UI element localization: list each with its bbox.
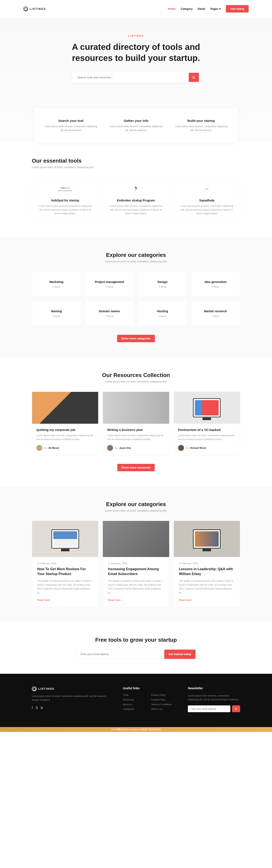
newsletter-input[interactable]: [188, 705, 230, 712]
svg-point-0: [193, 76, 195, 78]
read-more-link[interactable]: Read more: [108, 599, 120, 601]
footer-link[interactable]: Privacy Policy: [151, 694, 175, 696]
resource-card[interactable]: Writing a business planLorem ipsum dolor…: [103, 392, 169, 455]
nav-detail[interactable]: Detail: [198, 7, 205, 10]
bottom-banner: 访问蝴蝶社区bbs.xieniao.com免费下载更多源码: [0, 727, 272, 732]
blog-image: [103, 521, 169, 557]
nav-pages[interactable]: Pages ▾: [210, 7, 221, 10]
category-card[interactable]: Naming2 Items: [32, 301, 81, 326]
show-more-categories-button[interactable]: Show more categories: [117, 335, 155, 342]
resources-title: Our Resources Collection: [32, 372, 240, 378]
footer: LISTINGS Lorem ipsum dolor sit amet, con…: [0, 674, 272, 727]
blog-card[interactable]: 11 February, 2020How To Get More Reviews…: [32, 521, 99, 607]
header: LISTINGS Home Category Detail Pages ▾ Ad…: [23, 0, 249, 18]
resource-image: [32, 392, 98, 424]
feature-2: Gather your infoLorem ipsum dolor sit am…: [108, 119, 164, 132]
category-card[interactable]: Marketing2 Items: [32, 272, 81, 297]
search-button[interactable]: [189, 73, 199, 82]
email-input[interactable]: [77, 650, 162, 659]
logo-icon: [23, 7, 28, 11]
read-more-link[interactable]: Read more: [37, 599, 50, 601]
feature-3: Build your startupLorem ipsum dolor sit …: [173, 119, 229, 132]
footer-link[interactable]: About us: [123, 703, 147, 706]
resource-card[interactable]: Postmortem of a VC-backedLorem ipsum dol…: [173, 392, 240, 455]
features-card: Search your toolLorem ipsum dolor sit am…: [34, 108, 238, 143]
blog-card[interactable]: 11 February, 2020Lessons in Leadership: …: [173, 521, 240, 607]
footer-link[interactable]: Tools: [123, 694, 147, 696]
search-box: [72, 72, 200, 83]
main-nav: Home Category Detail Pages ▾ Add listing: [168, 5, 249, 12]
newsletter-submit-button[interactable]: ➤: [232, 705, 240, 712]
social-links: f 𝕏 in: [32, 706, 110, 709]
hero-section: LISTINGS A curated directory of tools an…: [0, 18, 272, 143]
category-card[interactable]: Market research2 Items: [191, 301, 240, 326]
embroker-logo: [108, 184, 164, 194]
footer-link[interactable]: Cookie Policy: [151, 699, 175, 701]
footer-logo: LISTINGS: [32, 686, 110, 691]
linkedin-icon[interactable]: in: [41, 706, 43, 709]
resource-card[interactable]: Quitting my corporate jobLorem ipsum dol…: [32, 392, 99, 455]
footer-link[interactable]: Resources: [123, 699, 147, 701]
avatar: [36, 445, 42, 451]
blog-image: [174, 521, 240, 557]
category-card[interactable]: Design2 Items: [138, 272, 187, 297]
chevron-down-icon: ▾: [219, 7, 221, 10]
logo[interactable]: LISTINGS: [23, 7, 46, 11]
blog-image: [32, 521, 98, 557]
tool-card[interactable]: Embroker stratup ProgramLorem ipsum dolo…: [103, 177, 169, 222]
avatar: [178, 445, 184, 451]
search-input[interactable]: [73, 73, 189, 82]
cta-title: Free tools to grow your startup: [32, 637, 240, 643]
send-icon: ➤: [235, 707, 237, 711]
get-started-button[interactable]: Get started today: [164, 650, 195, 659]
twitter-icon[interactable]: 𝕏: [36, 706, 38, 709]
blog-card[interactable]: 11 February, 2020Increasing Engagement A…: [103, 521, 169, 607]
tools-title: Our essential tools: [32, 157, 240, 164]
footer-link[interactable]: Categories: [123, 708, 147, 710]
avatar: [107, 445, 113, 451]
nav-home[interactable]: Home: [168, 7, 175, 10]
blogs-section: Explore our categoriesLorem ipsum dolor …: [0, 486, 272, 622]
resource-image: [174, 392, 240, 424]
feature-1: Search your toolLorem ipsum dolor sit am…: [43, 119, 99, 132]
tools-section: Our essential toolsLorem ipsum dolor sit…: [0, 143, 272, 237]
category-card[interactable]: Domain names2 Items: [85, 301, 134, 326]
categories-section: Explore our categoriesLorem ipsum dolor …: [0, 237, 272, 357]
category-card[interactable]: Hosting2 Items: [138, 301, 187, 326]
resources-section: Our Resources CollectionLorem ipsum dolo…: [0, 357, 272, 486]
nav-category[interactable]: Category: [181, 7, 192, 10]
read-more-link[interactable]: Read more: [179, 599, 191, 601]
blogs-title: Explore our categories: [32, 501, 240, 507]
tool-card[interactable]: HubSp●tFOR STARTUPSHubSpot for startupLo…: [32, 177, 99, 222]
category-card[interactable]: Idea generation2 Items: [191, 272, 240, 297]
footer-link[interactable]: Write to us: [151, 708, 175, 710]
show-more-resources-button[interactable]: Show more resources: [117, 464, 155, 471]
cta-section: Free tools to grow your startup Get star…: [0, 622, 272, 674]
category-card[interactable]: Project management2 Items: [85, 272, 134, 297]
search-icon: [192, 76, 195, 79]
hero-label: LISTINGS: [32, 35, 240, 37]
hero-title: A curated directory of tools and resourc…: [62, 41, 210, 63]
footer-link[interactable]: Terms & Conditions: [151, 703, 175, 706]
resource-image: [103, 392, 169, 424]
categories-title: Explore our categories: [32, 252, 240, 258]
facebook-icon[interactable]: f: [32, 706, 33, 709]
hubspot-logo: HubSp●tFOR STARTUPS: [37, 184, 93, 194]
add-listing-button[interactable]: Add listing: [226, 5, 249, 12]
squadhelp-logo: Sh: [179, 184, 235, 194]
svg-line-1: [194, 78, 195, 79]
tool-card[interactable]: ShSquadhelpLorem ipsum dolor sit amet, c…: [173, 177, 240, 222]
